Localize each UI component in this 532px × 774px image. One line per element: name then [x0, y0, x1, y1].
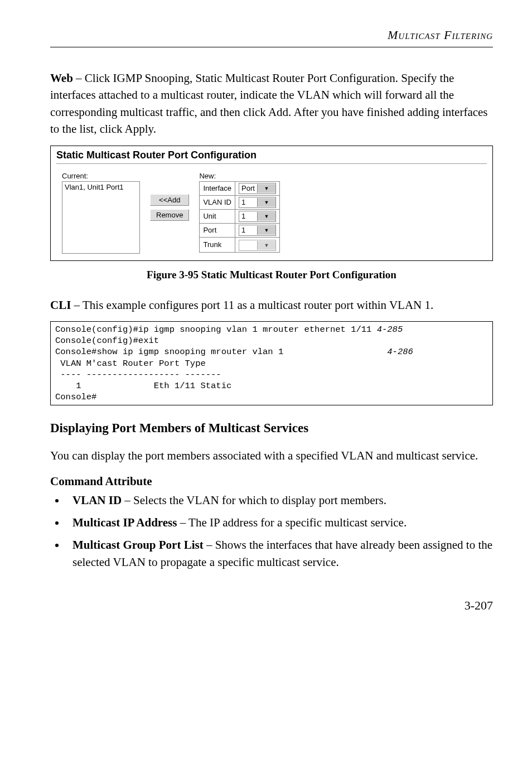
config-screenshot: Static Multicast Router Port Configurati… — [50, 146, 493, 261]
code-ref-2: 4-286 — [387, 347, 413, 357]
bullet-term: VLAN ID — [72, 494, 122, 507]
bullet-text: – The IP address for a specific multicas… — [177, 516, 407, 529]
port-value-cell: 1 ▼ — [235, 223, 280, 237]
attribute-list: VLAN ID – Selects the VLAN for which to … — [50, 492, 493, 571]
command-attribute-heading: Command Attribute — [50, 475, 493, 488]
port-select-value: 1 — [239, 226, 257, 234]
page-number: 3-207 — [50, 598, 493, 613]
vlanid-select-value: 1 — [239, 198, 257, 206]
code-line-7: Console# — [55, 392, 96, 402]
running-header: Multicast Filtering — [50, 28, 493, 42]
cli-bold: CLI — [50, 298, 71, 312]
interface-value-cell: Port ▼ — [235, 181, 280, 195]
unit-label-cell: Unit — [200, 209, 235, 223]
cli-intro-text: – This example configures port 11 as a m… — [71, 298, 433, 312]
code-line-3a: Console#show ip igmp snooping mrouter vl… — [55, 347, 387, 357]
vlanid-value-cell: 1 ▼ — [235, 195, 280, 209]
code-line-6: 1 Eth 1/11 Static — [55, 381, 231, 391]
bullet-term: Multicast IP Address — [72, 516, 177, 529]
code-line-4: VLAN M'cast Router Port Type — [55, 359, 206, 369]
interface-label-cell: Interface — [200, 181, 235, 195]
chevron-down-icon: ▼ — [257, 184, 275, 193]
port-select[interactable]: 1 ▼ — [239, 225, 276, 236]
chevron-down-icon: ▼ — [257, 226, 275, 235]
section-heading: Displaying Port Members of Multicast Ser… — [50, 421, 493, 436]
list-item: Multicast Group Port List – Shows the in… — [66, 536, 493, 570]
current-list-item[interactable]: Vlan1, Unit1 Port1 — [65, 183, 137, 191]
chevron-down-icon: ▼ — [257, 241, 275, 250]
intro-paragraph: Web – Click IGMP Snooping, Static Multic… — [50, 70, 493, 138]
screenshot-divider — [56, 163, 487, 164]
list-item: VLAN ID – Selects the VLAN for which to … — [66, 492, 493, 509]
code-ref-1: 4-285 — [377, 325, 403, 335]
chevron-down-icon: ▼ — [257, 198, 275, 207]
unit-select[interactable]: 1 ▼ — [239, 211, 276, 222]
list-item: Multicast IP Address – The IP address fo… — [66, 514, 493, 531]
intro-text: – Click IGMP Snooping, Static Multicast … — [50, 71, 488, 136]
vlanid-label-cell: VLAN ID — [200, 195, 235, 209]
new-label: New: — [199, 172, 280, 180]
trunk-label-cell: Trunk — [200, 237, 235, 252]
cli-intro-paragraph: CLI – This example configures port 11 as… — [50, 297, 493, 313]
header-rule — [50, 47, 493, 47]
figure-caption: Figure 3-95 Static Multicast Router Port… — [50, 269, 493, 281]
code-line-2: Console(config)#exit — [55, 336, 159, 346]
code-line-5: ---- ------------------ ------- — [55, 370, 221, 380]
bullet-text: – Selects the VLAN for which to display … — [122, 494, 386, 507]
unit-value-cell: 1 ▼ — [235, 209, 280, 223]
cli-output-block: Console(config)#ip igmp snooping vlan 1 … — [50, 321, 493, 405]
unit-select-value: 1 — [239, 212, 257, 220]
interface-select-value: Port — [239, 184, 257, 192]
section-paragraph: You can display the port members associa… — [50, 447, 493, 464]
code-line-1a: Console(config)#ip igmp snooping vlan 1 … — [55, 325, 377, 335]
vlanid-select[interactable]: 1 ▼ — [239, 197, 276, 208]
trunk-value-cell: ▼ — [235, 237, 280, 252]
remove-button[interactable]: Remove — [150, 209, 189, 221]
new-settings-table: Interface Port ▼ VLAN ID 1 — [199, 181, 280, 253]
interface-select[interactable]: Port ▼ — [239, 183, 276, 194]
current-listbox[interactable]: Vlan1, Unit1 Port1 — [62, 181, 140, 254]
trunk-select[interactable]: ▼ — [239, 240, 276, 251]
add-button[interactable]: <<Add — [150, 194, 189, 206]
bullet-term: Multicast Group Port List — [72, 538, 204, 552]
screenshot-title: Static Multicast Router Port Configurati… — [56, 149, 487, 161]
current-label: Current: — [62, 172, 140, 180]
chevron-down-icon: ▼ — [257, 212, 275, 221]
intro-bold-web: Web — [50, 71, 73, 85]
port-label-cell: Port — [200, 223, 235, 237]
